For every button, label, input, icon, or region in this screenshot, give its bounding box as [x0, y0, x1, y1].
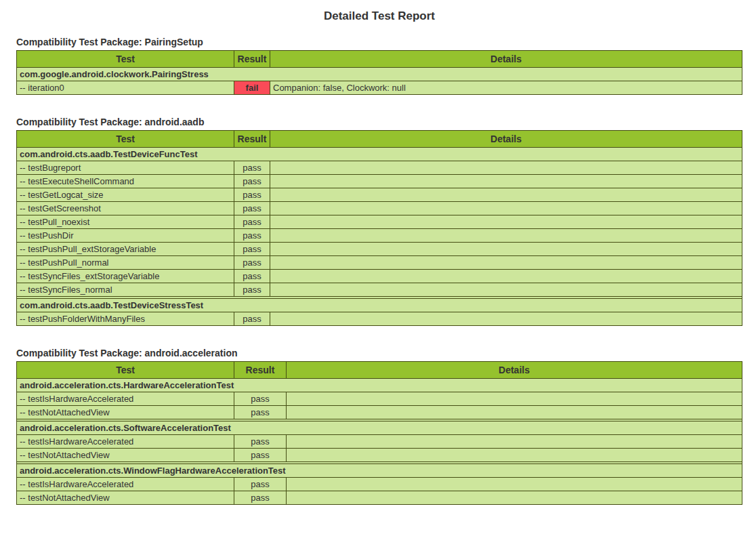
result-cell: pass: [234, 491, 287, 505]
col-header-details: Details: [270, 131, 742, 148]
test-results-table: Test Result Details android.acceleration…: [16, 361, 742, 505]
test-row: -- iteration0failCompanion: false, Clock…: [17, 81, 742, 95]
test-row: -- testNotAttachedViewpass: [17, 449, 742, 462]
result-cell: pass: [234, 270, 270, 283]
test-row: -- testBugreportpass: [17, 161, 742, 175]
details-cell: [287, 478, 742, 491]
report-page: Detailed Test Report Compatibility Test …: [0, 0, 756, 518]
details-cell: [287, 491, 742, 505]
package-heading: Compatibility Test Package: android.aadb: [16, 117, 742, 127]
test-name-cell: -- testGetLogcat_size: [17, 188, 234, 202]
package-heading: Compatibility Test Package: android.acce…: [16, 348, 742, 358]
table-header-row: Test Result Details: [17, 51, 742, 68]
test-row: -- testSyncFiles_normalpass: [17, 283, 742, 297]
test-row: -- testSyncFiles_extStorageVariablepass: [17, 270, 742, 283]
suite-name-row: com.android.cts.aadb.TestDeviceStressTes…: [17, 299, 742, 312]
test-name-cell: -- testExecuteShellCommand: [17, 175, 234, 188]
suite-name-cell: com.google.android.clockwork.PairingStre…: [17, 68, 742, 81]
package-section: Compatibility Test Package: PairingSetup…: [16, 37, 742, 95]
test-row: -- testIsHardwareAcceleratedpass: [17, 435, 742, 449]
result-cell: pass: [234, 449, 287, 462]
col-header-details: Details: [287, 362, 742, 379]
details-cell: [287, 435, 742, 449]
suite-name-cell: android.acceleration.cts.HardwareAcceler…: [17, 379, 742, 392]
details-cell: [270, 175, 742, 188]
test-name-cell: -- testPushPull_extStorageVariable: [17, 243, 234, 256]
test-name-cell: -- testNotAttachedView: [17, 406, 234, 419]
result-cell: pass: [234, 161, 270, 175]
details-cell: [270, 229, 742, 243]
suite-name-row: android.acceleration.cts.HardwareAcceler…: [17, 379, 742, 392]
result-cell: pass: [234, 175, 270, 188]
table-header-row: Test Result Details: [17, 362, 742, 379]
details-cell: [270, 270, 742, 283]
details-cell: [270, 256, 742, 270]
package-section: Compatibility Test Package: android.acce…: [16, 348, 742, 505]
package-section: Compatibility Test Package: android.aadb…: [16, 117, 742, 326]
result-cell: pass: [234, 406, 287, 419]
test-name-cell: -- iteration0: [17, 81, 234, 95]
test-row: -- testPushDirpass: [17, 229, 742, 243]
details-cell: [270, 188, 742, 202]
col-header-test: Test: [17, 362, 234, 379]
test-name-cell: -- testPushDir: [17, 229, 234, 243]
result-cell: pass: [234, 256, 270, 270]
test-name-cell: -- testBugreport: [17, 161, 234, 175]
col-header-test: Test: [17, 131, 234, 148]
result-cell: pass: [234, 215, 270, 229]
col-header-details: Details: [270, 51, 742, 68]
test-row: -- testPushPull_normalpass: [17, 256, 742, 270]
test-row: -- testExecuteShellCommandpass: [17, 175, 742, 188]
suite-name-cell: com.android.cts.aadb.TestDeviceFuncTest: [17, 148, 742, 161]
page-title: Detailed Test Report: [16, 9, 742, 23]
test-name-cell: -- testNotAttachedView: [17, 449, 234, 462]
col-header-test: Test: [17, 51, 234, 68]
test-name-cell: -- testPushPull_normal: [17, 256, 234, 270]
test-results-table: Test Result Details com.google.android.c…: [16, 50, 742, 95]
test-name-cell: -- testIsHardwareAccelerated: [17, 435, 234, 449]
col-header-result: Result: [234, 51, 270, 68]
test-row: -- testPushPull_extStorageVariablepass: [17, 243, 742, 256]
test-row: -- testNotAttachedViewpass: [17, 491, 742, 505]
test-name-cell: -- testSyncFiles_extStorageVariable: [17, 270, 234, 283]
test-name-cell: -- testNotAttachedView: [17, 491, 234, 505]
packages-container: Compatibility Test Package: PairingSetup…: [16, 37, 742, 505]
test-name-cell: -- testPushFolderWithManyFiles: [17, 312, 234, 326]
details-cell: [287, 406, 742, 419]
suite-name-row: com.android.cts.aadb.TestDeviceFuncTest: [17, 148, 742, 161]
details-cell: [270, 215, 742, 229]
test-row: -- testNotAttachedViewpass: [17, 406, 742, 419]
result-cell: pass: [234, 229, 270, 243]
test-name-cell: -- testGetScreenshot: [17, 202, 234, 215]
result-cell: pass: [234, 202, 270, 215]
details-cell: [270, 202, 742, 215]
result-cell: pass: [234, 478, 287, 491]
col-header-result: Result: [234, 362, 287, 379]
test-row: -- testGetLogcat_sizepass: [17, 188, 742, 202]
details-cell: Companion: false, Clockwork: null: [270, 81, 742, 95]
details-cell: [287, 392, 742, 406]
result-cell: pass: [234, 312, 270, 326]
test-name-cell: -- testSyncFiles_normal: [17, 283, 234, 297]
col-header-result: Result: [234, 131, 270, 148]
test-row: -- testPull_noexistpass: [17, 215, 742, 229]
result-cell: pass: [234, 188, 270, 202]
result-cell: pass: [234, 243, 270, 256]
table-header-row: Test Result Details: [17, 131, 742, 148]
suite-name-row: android.acceleration.cts.WindowFlagHardw…: [17, 464, 742, 478]
result-cell: pass: [234, 392, 287, 406]
details-cell: [270, 243, 742, 256]
test-row: -- testGetScreenshotpass: [17, 202, 742, 215]
test-row: -- testIsHardwareAcceleratedpass: [17, 478, 742, 491]
test-results-table: Test Result Details com.android.cts.aadb…: [16, 130, 742, 326]
result-cell: pass: [234, 435, 287, 449]
result-cell: pass: [234, 283, 270, 297]
details-cell: [270, 283, 742, 297]
details-cell: [270, 312, 742, 326]
suite-name-cell: android.acceleration.cts.WindowFlagHardw…: [17, 464, 742, 478]
suite-name-cell: android.acceleration.cts.SoftwareAcceler…: [17, 421, 742, 435]
suite-name-cell: com.android.cts.aadb.TestDeviceStressTes…: [17, 299, 742, 312]
result-cell: fail: [234, 81, 270, 95]
details-cell: [287, 449, 742, 462]
test-name-cell: -- testPull_noexist: [17, 215, 234, 229]
